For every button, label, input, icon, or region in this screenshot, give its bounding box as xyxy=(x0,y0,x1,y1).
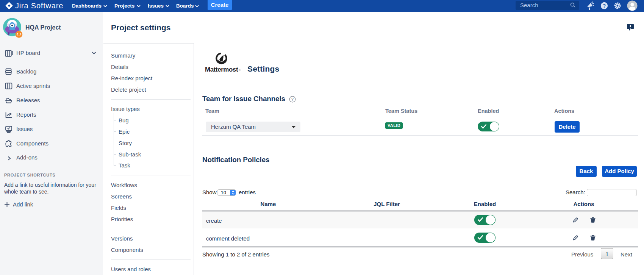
svg-text:?: ? xyxy=(603,3,606,9)
svg-text:?: ? xyxy=(291,97,294,102)
